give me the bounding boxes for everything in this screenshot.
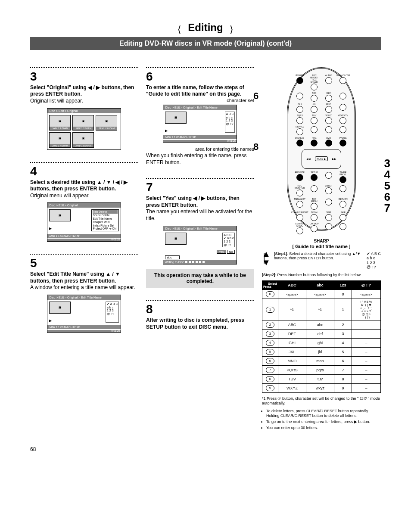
step-bold: Select a desired title using ▲ / ▼ / ◀ /… <box>30 179 128 192</box>
no-button: No <box>227 250 235 254</box>
time: 0:01:25 <box>227 140 236 142</box>
step-text: Original list will appear. <box>30 98 83 104</box>
step-after: When you finish entering a title name, p… <box>146 152 254 166</box>
title-input: abc <box>165 255 180 259</box>
step-text: A window for entering a title name will … <box>30 284 135 290</box>
guide-notes: To delete letters, press CLEAR/C.RESET b… <box>262 409 381 431</box>
screenshot-edit-title: Disc > Edit > Original > Edit Title Name… <box>47 295 121 333</box>
yes-button: Yes <box>217 250 226 254</box>
step-num: 8 <box>146 302 254 316</box>
step-num: 3 <box>30 70 138 84</box>
footnote-1: *1 Press ① button, character set will be… <box>262 396 381 406</box>
page-title: Editing <box>183 22 228 34</box>
step-4: 4 Select a desired title using ▲ / ▼ / ◀… <box>30 162 138 242</box>
guide-title: [ Guide to edit title name ] <box>262 244 381 249</box>
charset-label: character set <box>146 98 254 103</box>
guide-step2: [Step2]: Press Number buttons following … <box>262 273 381 277</box>
step-num: 4 <box>30 165 138 178</box>
charset-list: A B Ca b c1 2 3@ ! ? <box>225 112 235 133</box>
time: 0:01:25 <box>111 330 120 332</box>
step-num: 5 <box>30 256 138 270</box>
breadcrumb: Disc > Edit > Original > Edit Title Name <box>47 295 121 300</box>
context-menu: Title Delete Scene DeleteEdit Title Name… <box>91 209 119 231</box>
step-5: 5 Select "Edit Title Name" using ▲ / ▼ b… <box>30 254 138 333</box>
page-number: 68 <box>30 446 381 452</box>
step-8: 8 After writing to disc is completed, pr… <box>146 300 254 330</box>
step-bold: Select "Original" using ◀ / ▶ buttons, t… <box>30 84 134 97</box>
status-bar: JAN/ 1 1:00AM CH12 XP <box>47 234 121 238</box>
screenshot-enter-name: Disc > Edit > Original > Edit Title Name… <box>163 105 237 143</box>
screenshot-original-list: Disc > Edit > Original ▣JAN/ 1 1:00AM▣JA… <box>47 108 121 150</box>
step-6: 6 To enter a title name, follow the step… <box>146 67 254 166</box>
step-3: 3 Select "Original" using ◀ / ▶ buttons,… <box>30 67 138 150</box>
charset-list: A B C✔ a b c1 2 3@ ! ? <box>222 233 235 248</box>
step-text: Original menu will appear. <box>30 193 90 199</box>
area-label: area for entering title names <box>146 146 254 152</box>
writing-bar: Writing to Disc <box>163 260 237 264</box>
remote-diagram: 6 8 3 4 5 6 7 POWERREC MODE / REC SPEEDA… <box>262 67 381 231</box>
callout-3: 3 <box>384 158 390 169</box>
step-text: The name you entered will be activated f… <box>146 208 252 221</box>
operation-note: This operation may take a while to be co… <box>146 269 254 288</box>
callout-6r: 6 <box>384 191 390 202</box>
status-bar: JAN/ 1 1:00AM CH12 XP <box>163 135 237 139</box>
step-bold: After writing to disc is completed, pres… <box>146 317 244 330</box>
status-bar: JAN/ 1 1:00AM CH12 XP <box>47 325 121 329</box>
menu-item: Title Delete <box>93 210 118 214</box>
step-bold: To enter a title name, follow the steps … <box>146 84 244 97</box>
callout-7: 7 <box>384 202 390 214</box>
callout-6: 6 <box>253 91 258 101</box>
time: 0:01:25 <box>111 238 120 241</box>
breadcrumb: Disc > Edit > Original <box>47 203 121 208</box>
step-num: 6 <box>146 70 254 84</box>
callout-4: 4 <box>384 169 390 180</box>
page-title-banner: ⟨ Editing ⟩ <box>30 22 381 35</box>
col-right: 6 8 3 4 5 6 7 POWERREC MODE / REC SPEEDA… <box>262 67 381 433</box>
breadcrumb: Disc > Edit > Original > Edit Title Name <box>163 226 237 231</box>
step-num: 7 <box>146 180 254 194</box>
col-left: 3 Select "Original" using ◀ / ▶ buttons,… <box>30 67 138 345</box>
guide-charset: ✔ A B Ca b c1 2 3@ ! ? <box>367 252 381 269</box>
char-table: Select Press ABC abc 123 @ ! ? 0<space><… <box>262 280 381 393</box>
brand-logo: SHARP <box>293 239 350 243</box>
remote-body: POWERREC MODE / REC SPEEDAUDIOOPEN/CLOSE… <box>287 67 356 231</box>
charset-list: ✔ A B Ca b c1 2 3@ ! ? <box>106 302 119 323</box>
breadcrumb: Disc > Edit > Original > Edit Title Name <box>163 105 237 110</box>
callout-5: 5 <box>384 180 390 191</box>
page-subtitle: Editing DVD-RW discs in VR mode (Origina… <box>30 37 381 50</box>
screenshot-confirm: Disc > Edit > Original > Edit Title Name… <box>163 226 237 265</box>
step-bold: Select "Edit Title Name" using ▲ / ▼ but… <box>30 271 120 284</box>
screenshot-original-menu: Disc > Edit > Original ▣ ▶ Title Delete … <box>47 202 121 242</box>
step-7: 7 Select "Yes" using ◀ / ▶ buttons, then… <box>146 178 254 288</box>
breadcrumb: Disc > Edit > Original <box>47 109 121 113</box>
col-mid: 6 To enter a title name, follow the step… <box>146 67 254 343</box>
callout-8: 8 <box>253 142 258 152</box>
step-bold: Select "Yes" using ◀ / ▶ buttons, then p… <box>146 195 240 208</box>
guide-step1: ▲│▼ [Step1]: Select a desired character … <box>262 252 381 269</box>
table-corner: Select Press <box>262 281 278 290</box>
dpad: ◀◀ PLAY ▶ ▶▶ <box>302 149 341 169</box>
